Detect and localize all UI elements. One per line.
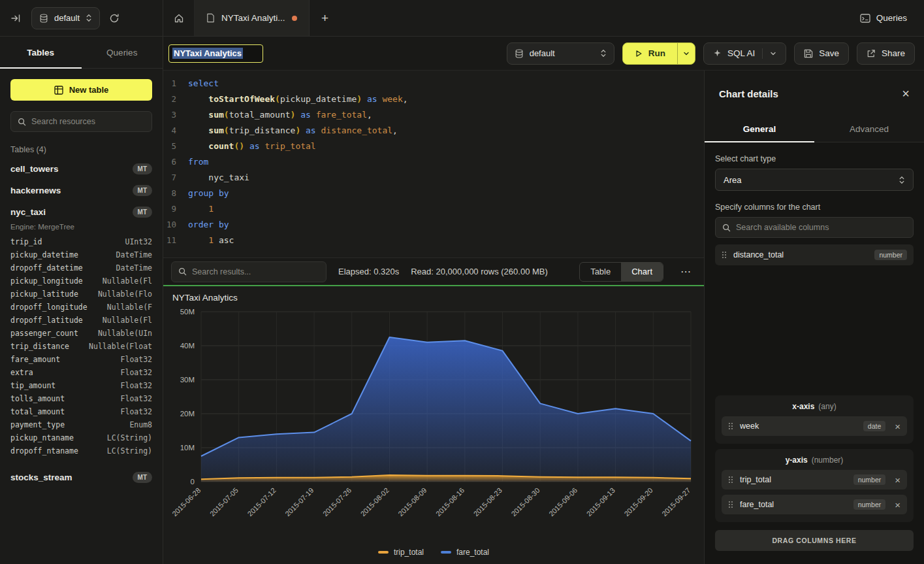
- editor-line[interactable]: 4 sum(trip_distance) as distance_total,: [163, 123, 704, 139]
- legend-item[interactable]: trip_total: [378, 548, 424, 557]
- editor-line[interactable]: 5 count() as trip_total: [163, 139, 704, 154]
- column-row[interactable]: trip_distanceNullable(Float: [0, 340, 163, 353]
- new-tab-button[interactable]: [310, 0, 341, 36]
- table-engine-badge: MT: [133, 207, 152, 218]
- run-button[interactable]: Run: [623, 43, 677, 64]
- legend-item[interactable]: fare_total: [441, 548, 489, 557]
- close-icon[interactable]: [902, 87, 910, 100]
- chart-type-value: Area: [724, 175, 741, 185]
- results-search[interactable]: [171, 261, 327, 282]
- svg-text:2015-08-16: 2015-08-16: [434, 486, 466, 518]
- column-row[interactable]: pickup_datetimeDateTime: [0, 248, 163, 261]
- drag-handle-icon[interactable]: [722, 251, 727, 259]
- column-row[interactable]: dropoff_longitudeNullable(F: [0, 301, 163, 314]
- refresh-icon[interactable]: [109, 13, 119, 24]
- drag-columns-dropzone[interactable]: DRAG COLUMNS HERE: [715, 530, 914, 551]
- table-row[interactable]: nyc_taxiMT: [0, 201, 163, 223]
- chevron-up-down-icon: [600, 48, 607, 58]
- table-row[interactable]: cell_towersMT: [0, 158, 163, 180]
- queries-button[interactable]: Queries: [860, 0, 907, 36]
- column-row[interactable]: dropoff_latitudeNullable(Fl: [0, 314, 163, 327]
- line-code: count() as trip_total: [188, 139, 316, 154]
- table-row[interactable]: stocks_streamMT: [0, 467, 163, 488]
- tab-advanced-label: Advanced: [850, 124, 889, 134]
- svg-text:2015-08-23: 2015-08-23: [472, 486, 503, 518]
- resources-search[interactable]: [10, 111, 152, 132]
- drag-handle-icon[interactable]: [728, 476, 733, 484]
- editor-line[interactable]: 6from: [163, 154, 704, 170]
- collapse-sidebar-icon[interactable]: [10, 13, 21, 24]
- column-name: tip_amount: [10, 381, 56, 390]
- y-axis-card[interactable]: y-axis (number) trip_totalnumberfare_tot…: [715, 449, 914, 522]
- save-button[interactable]: Save: [794, 42, 849, 65]
- column-row[interactable]: extraFloat32: [0, 366, 163, 379]
- query-title-input[interactable]: NYTaxi Analytics: [168, 44, 263, 63]
- table-row[interactable]: hackernewsMT: [0, 180, 163, 201]
- column-pill[interactable]: trip_totalnumber: [722, 470, 907, 489]
- share-button[interactable]: Share: [857, 42, 915, 65]
- editor-line[interactable]: 3 sum(total_amount) as fare_total,: [163, 107, 704, 123]
- column-pill[interactable]: fare_totalnumber: [722, 495, 907, 514]
- sidebar-tab-queries[interactable]: Queries: [82, 37, 163, 68]
- resources-search-input[interactable]: [31, 117, 145, 126]
- line-code: toStartOfWeek(pickup_datetime) as week,: [188, 91, 408, 107]
- column-row[interactable]: fare_amountFloat32: [0, 353, 163, 366]
- view-chart-button[interactable]: Chart: [621, 263, 663, 281]
- editor-line[interactable]: 7 nyc_taxi: [163, 170, 704, 186]
- column-pill[interactable]: weekdate: [722, 416, 907, 436]
- column-type-badge: number: [853, 474, 886, 485]
- remove-column-icon[interactable]: [895, 475, 900, 485]
- query-tab[interactable]: NYTaxi Analyti...: [195, 0, 310, 36]
- column-row[interactable]: pickup_latitudeNullable(Flo: [0, 288, 163, 301]
- editor-line[interactable]: 2 toStartOfWeek(pickup_datetime) as week…: [163, 91, 704, 107]
- chart-type-select[interactable]: Area: [715, 169, 914, 191]
- column-row[interactable]: tip_amountFloat32: [0, 379, 163, 392]
- column-row[interactable]: payment_typeEnum8: [0, 418, 163, 431]
- sql-ai-button[interactable]: SQL AI: [703, 42, 786, 65]
- view-table-button[interactable]: Table: [580, 263, 621, 281]
- column-row[interactable]: dropoff_ntanameLC(String): [0, 444, 163, 457]
- sidebar-tab-tables[interactable]: Tables: [0, 37, 82, 68]
- database-icon: [39, 14, 48, 23]
- area-chart[interactable]: 010M20M30M40M50M2015-06-282015-07-052015…: [163, 304, 704, 540]
- drag-handle-icon[interactable]: [728, 501, 733, 508]
- home-tab[interactable]: [163, 0, 195, 36]
- editor-line[interactable]: 10order by: [163, 217, 704, 233]
- column-row[interactable]: passenger_countNullable(UIn: [0, 327, 163, 340]
- line-code: from: [188, 154, 208, 170]
- columns-search-input[interactable]: [736, 223, 906, 232]
- column-row[interactable]: total_amountFloat32: [0, 405, 163, 418]
- columns-search[interactable]: [715, 217, 914, 238]
- column-pill[interactable]: distance_totalnumber: [715, 244, 914, 265]
- drag-handle-icon[interactable]: [728, 422, 733, 430]
- editor-line[interactable]: 8group by: [163, 186, 704, 201]
- query-database-selector[interactable]: default: [507, 42, 614, 65]
- column-type: Enum8: [129, 420, 152, 429]
- remove-column-icon[interactable]: [895, 500, 900, 510]
- remove-column-icon[interactable]: [895, 422, 900, 431]
- editor-line[interactable]: 11 1 asc: [163, 233, 704, 248]
- column-row[interactable]: pickup_ntanameLC(String): [0, 431, 163, 444]
- editor-line[interactable]: 9 1: [163, 201, 704, 217]
- tab-advanced[interactable]: Advanced: [814, 116, 924, 142]
- column-row[interactable]: trip_idUInt32: [0, 235, 163, 248]
- view-toggle: Table Chart: [579, 262, 663, 282]
- sql-editor[interactable]: 1select2 toStartOfWeek(pickup_datetime) …: [163, 71, 704, 257]
- results-menu-icon[interactable]: [675, 265, 696, 278]
- editor-line[interactable]: 1select: [163, 76, 704, 91]
- results-search-input[interactable]: [192, 267, 319, 276]
- column-row[interactable]: tolls_amountFloat32: [0, 392, 163, 405]
- available-columns: distance_totalnumber: [705, 238, 924, 265]
- run-button-group: Run: [622, 42, 695, 65]
- table-name: nyc_taxi: [10, 207, 46, 217]
- column-row[interactable]: pickup_longitudeNullable(Fl: [0, 274, 163, 288]
- new-table-button[interactable]: New table: [10, 79, 152, 101]
- x-axis-card[interactable]: x-axis (any) weekdate: [715, 395, 914, 444]
- database-selector[interactable]: default: [31, 7, 100, 29]
- line-number: 10: [163, 217, 188, 233]
- svg-text:2015-08-02: 2015-08-02: [359, 486, 390, 518]
- tab-general[interactable]: General: [705, 116, 814, 142]
- column-row[interactable]: dropoff_datetimeDateTime: [0, 261, 163, 274]
- run-options-button[interactable]: [677, 43, 695, 64]
- database-icon: [515, 49, 524, 58]
